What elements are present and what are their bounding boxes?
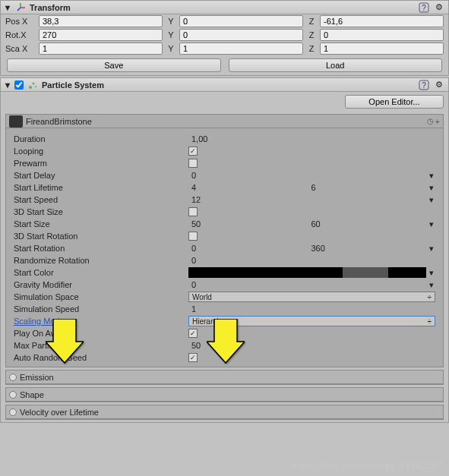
sca-y-input[interactable]: [179, 43, 303, 55]
start-size-b[interactable]: 60: [308, 219, 427, 229]
rot-z-input[interactable]: [320, 29, 444, 41]
rot-y-label[interactable]: Y: [166, 30, 176, 39]
particle-thumb-icon: [9, 115, 23, 128]
start-rotation-a[interactable]: 0: [188, 243, 307, 254]
open-editor-row: Open Editor...: [1, 92, 448, 112]
sca-x-label[interactable]: Sca X: [5, 44, 36, 53]
start-color-label[interactable]: Start Color: [14, 268, 188, 277]
start-speed-value[interactable]: 12: [188, 194, 426, 205]
simulation-speed-label[interactable]: Simulation Speed: [14, 304, 188, 314]
sca-x-input[interactable]: [39, 43, 163, 55]
dropdown-icon[interactable]: ▾: [428, 183, 435, 193]
auto-random-seed-label[interactable]: Auto Random Seed: [14, 353, 188, 362]
shape-label: Shape: [20, 390, 44, 399]
start-lifetime-label[interactable]: Start Lifetime: [14, 183, 188, 192]
start-delay-value[interactable]: 0: [188, 170, 426, 181]
max-particles-value[interactable]: 50: [188, 340, 435, 351]
sca-z-label[interactable]: Z: [306, 44, 317, 53]
pos-x-input[interactable]: [39, 15, 163, 27]
load-button[interactable]: Load: [229, 58, 443, 72]
particle-system-header[interactable]: ▼ Particle System ? ⚙: [1, 78, 448, 92]
prewarm-label[interactable]: Prewarm: [14, 159, 188, 168]
duration-label[interactable]: Duration: [14, 134, 188, 143]
pos-y-label[interactable]: Y: [166, 17, 176, 26]
particle-name-header[interactable]: FireandBrimstone ◷ +: [6, 115, 443, 128]
max-particles-label[interactable]: Max Particles: [14, 341, 188, 350]
start-rotation-b[interactable]: 360: [308, 243, 427, 254]
start-size-label[interactable]: Start Size: [14, 219, 188, 229]
gear-icon[interactable]: ⚙: [433, 2, 445, 14]
gravity-modifier-label[interactable]: Gravity Modifier: [14, 280, 188, 289]
sca-y-label[interactable]: Y: [166, 44, 176, 53]
simulation-speed-value[interactable]: 1: [188, 304, 435, 314]
help-icon[interactable]: ?: [418, 2, 430, 14]
module-toggle-icon[interactable]: [9, 408, 17, 416]
gear-icon[interactable]: ⚙: [433, 79, 445, 91]
dropdown-icon[interactable]: ▾: [428, 244, 435, 254]
rot-x-input[interactable]: [39, 29, 163, 41]
scale-row: Sca X Y Z: [1, 42, 448, 55]
max-particles-row: Max Particles 50: [6, 339, 443, 351]
auto-random-seed-checkbox[interactable]: ✓: [188, 353, 198, 362]
dropdown-icon[interactable]: ▾: [428, 171, 435, 181]
simulation-speed-row: Simulation Speed 1: [6, 303, 443, 315]
velocity-over-lifetime-module[interactable]: Velocity over Lifetime: [5, 405, 444, 420]
save-button[interactable]: Save: [7, 58, 221, 72]
looping-checkbox[interactable]: ✓: [188, 147, 198, 156]
pos-z-label[interactable]: Z: [306, 17, 317, 26]
randomize-rotation-value[interactable]: 0: [188, 255, 435, 266]
3d-start-size-label[interactable]: 3D Start Size: [14, 207, 188, 216]
play-on-awake-checkbox[interactable]: ✓: [188, 329, 198, 338]
start-delay-row: Start Delay 0▾: [6, 169, 443, 181]
velocity-over-lifetime-label: Velocity over Lifetime: [20, 408, 99, 417]
rot-y-input[interactable]: [179, 29, 303, 41]
simulation-space-select[interactable]: World÷: [188, 292, 435, 302]
emission-module[interactable]: Emission: [5, 370, 444, 385]
scaling-mode-select[interactable]: Hierarchy÷: [188, 316, 435, 326]
foldout-icon[interactable]: ▼: [4, 3, 11, 12]
3d-start-size-row: 3D Start Size: [6, 206, 443, 218]
dropdown-icon[interactable]: ▾: [428, 195, 435, 205]
rot-x-label[interactable]: Rot.X: [5, 30, 36, 39]
open-editor-button[interactable]: Open Editor...: [345, 95, 444, 109]
simulation-space-label[interactable]: Simulation Space: [14, 292, 188, 301]
3d-start-size-checkbox[interactable]: [188, 207, 198, 216]
dropdown-icon[interactable]: ▾: [428, 268, 435, 278]
particle-system-component: ▼ Particle System ? ⚙ Open Editor... Fir…: [0, 77, 449, 423]
module-toggle-icon[interactable]: [9, 391, 17, 399]
shape-module[interactable]: Shape: [5, 387, 444, 402]
pos-z-input[interactable]: [320, 15, 444, 27]
dropdown-icon[interactable]: ▾: [428, 280, 435, 290]
add-icon[interactable]: +: [435, 117, 440, 126]
looping-label[interactable]: Looping: [14, 147, 188, 156]
start-lifetime-b[interactable]: 6: [308, 182, 427, 193]
transform-header[interactable]: ▼ Transform ? ⚙: [1, 1, 448, 14]
prewarm-checkbox[interactable]: [188, 159, 198, 168]
module-toggle-icon[interactable]: [9, 374, 17, 381]
sca-z-input[interactable]: [320, 43, 444, 55]
dropdown-icon[interactable]: ▾: [428, 219, 435, 229]
scaling-mode-label[interactable]: Scaling Mode: [14, 317, 188, 326]
start-delay-label[interactable]: Start Delay: [14, 171, 188, 180]
start-rotation-label[interactable]: Start Rotation: [14, 244, 188, 253]
start-size-a[interactable]: 50: [188, 219, 307, 229]
help-icon[interactable]: ?: [418, 79, 430, 91]
play-on-awake-label[interactable]: Play On Awake*: [14, 329, 188, 338]
component-enable-checkbox[interactable]: [14, 80, 24, 90]
watermark-text: https://blog.csdn.net/qq_41452267: [292, 460, 444, 471]
rot-z-label[interactable]: Z: [306, 30, 317, 39]
3d-start-rotation-checkbox[interactable]: [188, 232, 198, 241]
pos-y-input[interactable]: [179, 15, 303, 27]
pos-x-label[interactable]: Pos X: [5, 17, 36, 26]
auto-random-seed-row: Auto Random Seed ✓: [6, 351, 443, 364]
randomize-rotation-label[interactable]: Randomize Rotation: [14, 256, 188, 265]
start-speed-label[interactable]: Start Speed: [14, 195, 188, 204]
duration-value[interactable]: 1,00: [188, 134, 435, 144]
simulation-space-row: Simulation Space World÷: [6, 291, 443, 303]
gravity-modifier-value[interactable]: 0: [188, 279, 426, 290]
start-color-swatch[interactable]: [188, 267, 426, 278]
3d-start-rotation-label[interactable]: 3D Start Rotation: [14, 232, 188, 241]
resimulate-icon[interactable]: ◷: [427, 117, 434, 125]
start-lifetime-a[interactable]: 4: [188, 182, 307, 193]
foldout-icon[interactable]: ▼: [4, 80, 11, 90]
